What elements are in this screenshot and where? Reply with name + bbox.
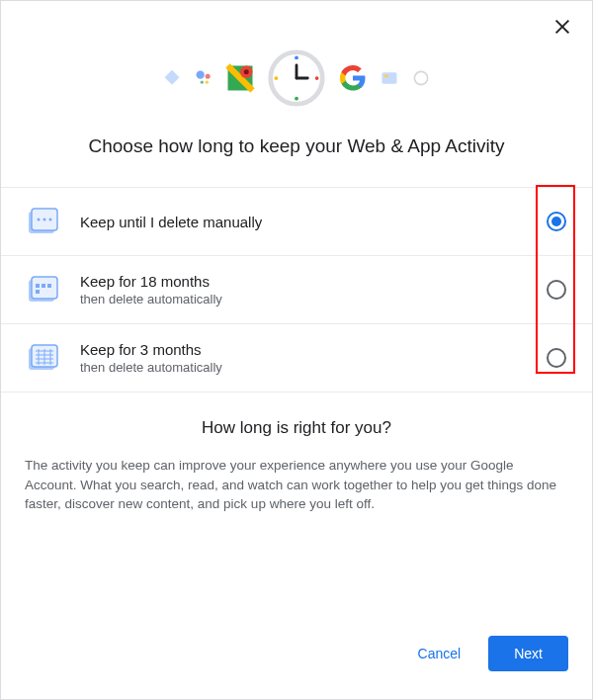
maps-icon <box>225 63 255 93</box>
svg-point-9 <box>315 76 319 80</box>
svg-point-8 <box>295 56 298 60</box>
option-label: Keep for 18 months <box>80 273 547 290</box>
option-keep-3-months[interactable]: Keep for 3 months then delete automatica… <box>1 324 592 393</box>
info-section: How long is right for you? The activity … <box>1 393 592 540</box>
dialog-footer: Cancel Next <box>1 616 592 699</box>
svg-point-16 <box>414 71 427 84</box>
svg-rect-25 <box>42 284 45 288</box>
svg-point-3 <box>201 81 204 84</box>
assistant-icon <box>194 68 213 88</box>
news-icon <box>380 68 399 88</box>
tag-icon <box>162 68 182 88</box>
option-sublabel: then delete automatically <box>80 360 547 375</box>
header-icons <box>162 48 431 108</box>
svg-point-1 <box>206 74 211 79</box>
calendar-18-icon <box>25 272 60 307</box>
calendar-3-icon <box>25 340 60 376</box>
radio-button[interactable] <box>547 280 566 300</box>
close-icon[interactable] <box>551 15 574 39</box>
option-label: Keep for 3 months <box>80 341 547 358</box>
radio-button[interactable] <box>547 348 566 368</box>
svg-rect-24 <box>36 284 40 288</box>
svg-rect-27 <box>36 290 40 294</box>
option-text: Keep for 18 months then delete automatic… <box>80 273 547 306</box>
dialog-header: Choose how long to keep your Web & App A… <box>1 1 592 187</box>
svg-point-21 <box>49 219 52 221</box>
option-keep-18-months[interactable]: Keep for 18 months then delete automatic… <box>1 256 592 324</box>
option-text: Keep until I delete manually <box>80 214 547 230</box>
next-button[interactable]: Next <box>488 636 568 671</box>
svg-rect-26 <box>47 284 51 288</box>
cancel-button[interactable]: Cancel <box>410 638 469 669</box>
radio-button[interactable] <box>547 212 566 231</box>
dialog-title: Choose how long to keep your Web & App A… <box>88 135 504 157</box>
calendar-icon <box>25 204 60 239</box>
option-sublabel: then delete automatically <box>80 292 547 306</box>
svg-point-19 <box>38 219 41 221</box>
svg-point-2 <box>206 81 209 84</box>
option-keep-manual[interactable]: Keep until I delete manually <box>1 188 592 256</box>
svg-point-6 <box>244 69 249 74</box>
info-title: How long is right for you? <box>25 418 568 438</box>
info-body: The activity you keep can improve your e… <box>25 456 568 514</box>
option-text: Keep for 3 months then delete automatica… <box>80 341 547 375</box>
option-label: Keep until I delete manually <box>80 214 547 230</box>
svg-point-10 <box>295 97 298 101</box>
retention-dialog: Choose how long to keep your Web & App A… <box>0 0 593 700</box>
svg-rect-15 <box>384 75 388 78</box>
generic-icon <box>411 68 431 88</box>
google-icon <box>338 63 368 93</box>
retention-options: Keep until I delete manually Keep for 18… <box>1 187 592 393</box>
clock-icon <box>267 48 326 108</box>
svg-rect-14 <box>382 72 397 84</box>
svg-point-20 <box>43 219 46 221</box>
svg-point-11 <box>275 76 279 80</box>
svg-point-0 <box>197 71 205 79</box>
